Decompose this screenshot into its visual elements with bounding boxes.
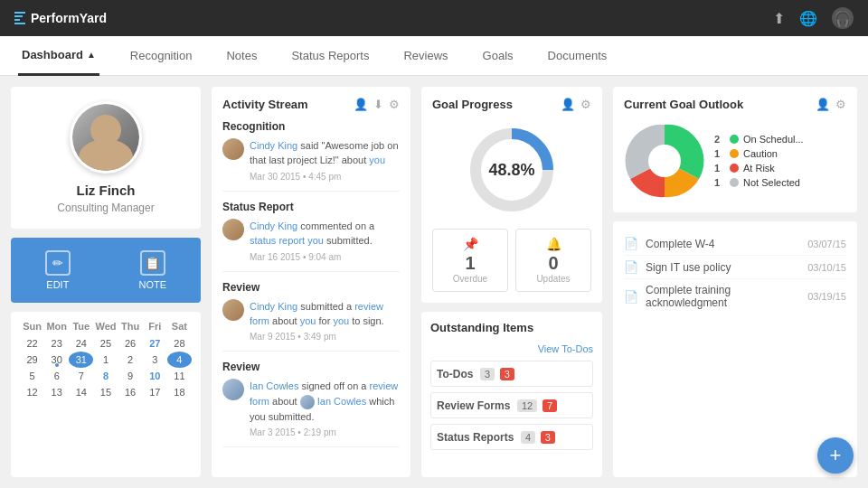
settings-icon[interactable]: ⚙ <box>580 98 591 111</box>
todo-item-2: 📄 Sign IT use policy 03/10/15 <box>624 256 846 279</box>
activity-type-label: Review <box>222 281 400 294</box>
settings-icon[interactable]: ⚙ <box>389 98 400 111</box>
activity-ref-link1[interactable]: status report <box>250 235 305 246</box>
cal-day[interactable]: 14 <box>69 384 93 400</box>
outstanding-title: Outstanding Items <box>430 321 533 334</box>
todo-text-3: Complete training acknowledgment <box>646 284 800 309</box>
activity-time: Mar 30 2015 • 4:45 pm <box>250 172 400 182</box>
person-icon[interactable]: 👤 <box>561 98 575 111</box>
svg-point-2 <box>648 145 681 177</box>
todos-label: To-Dos <box>437 368 473 380</box>
activity-person-link[interactable]: Ian Cowles <box>250 380 298 391</box>
cal-day[interactable]: 4 <box>167 352 192 368</box>
cal-day[interactable]: 18 <box>167 384 192 400</box>
nav-goals[interactable]: Goals <box>479 36 517 76</box>
todo-item-3: 📄 Complete training acknowledgment 03/19… <box>624 279 846 314</box>
activity-ref-link2[interactable]: you <box>307 235 324 246</box>
profile-name: Liz Finch <box>77 183 136 198</box>
person-icon[interactable]: 👤 <box>354 98 368 111</box>
view-todos-link[interactable]: View To-Dos <box>538 343 593 354</box>
calendar-grid: 22 23 24 25 26 27 28 29 30 31 1 2 3 4 5 … <box>20 335 192 400</box>
download-icon[interactable]: ⬇ <box>373 98 383 111</box>
cal-day[interactable]: 25 <box>93 335 118 352</box>
donut-chart: 48.8% <box>462 120 561 220</box>
cal-day-today[interactable]: 31 <box>69 352 93 368</box>
cal-day[interactable]: 28 <box>167 335 192 352</box>
note-icon: 📋 <box>140 250 165 276</box>
updates-stat: 🔔 0 Updates <box>515 229 591 292</box>
pie-chart <box>624 120 705 202</box>
activity-ref-link2[interactable]: you <box>300 315 316 326</box>
todo-date-3: 03/19/15 <box>807 291 846 302</box>
upload-person-icon[interactable]: ⬆ <box>773 10 785 27</box>
cal-day[interactable]: 9 <box>118 368 143 384</box>
cal-day[interactable]: 30 <box>44 352 69 368</box>
status-reports-count: 4 <box>521 431 535 444</box>
headphones-icon[interactable]: 🎧 <box>832 7 854 29</box>
cal-day[interactable]: 10 <box>143 368 167 384</box>
activity-person-link[interactable]: Cindy King <box>250 301 297 312</box>
legend-on-schedule: 2 On Schedul... <box>714 134 804 145</box>
settings-icon[interactable]: ⚙ <box>835 98 846 111</box>
activity-review-2: Review Ian Cowles signed off on a review… <box>222 361 400 447</box>
activity-title: Activity Stream <box>222 98 308 111</box>
cal-day[interactable]: 6 <box>44 368 69 384</box>
activity-text: Cindy King said "Awesome job on that las… <box>250 140 399 165</box>
doc-icon-3: 📄 <box>624 290 638 304</box>
right-column: Current Goal Outlook 👤 ⚙ <box>613 87 857 477</box>
nav-status-reports[interactable]: Status Reports <box>288 36 373 76</box>
activity-person-link[interactable]: Cindy King <box>250 140 297 151</box>
cal-day[interactable]: 13 <box>44 384 69 400</box>
edit-button[interactable]: ✏ EDIT <box>45 250 71 290</box>
nav-recognition[interactable]: Recognition <box>127 36 196 76</box>
app-name: PerformYard <box>31 11 107 25</box>
outstanding-header: Outstanding Items <box>430 321 593 334</box>
activity-ref-link3[interactable]: you <box>333 315 349 326</box>
cal-day[interactable]: 15 <box>93 384 118 400</box>
gray-dot <box>730 178 739 187</box>
todos-count: 3 <box>480 368 495 380</box>
legend-at-risk-label: At Risk <box>743 163 775 174</box>
profile-card: Liz Finch Consulting Manager <box>11 87 201 229</box>
cal-day[interactable]: 24 <box>69 335 93 352</box>
nav-reviews[interactable]: Reviews <box>400 36 451 76</box>
pie-legend: 2 On Schedul... 1 Caution 1 At Risk <box>714 134 804 188</box>
cal-day[interactable]: 23 <box>44 335 69 352</box>
nav-notes[interactable]: Notes <box>222 36 260 76</box>
cal-day[interactable]: 17 <box>143 384 167 400</box>
activity-ref-link2[interactable]: Ian Cowles <box>317 396 366 407</box>
cal-day[interactable]: 1 <box>93 352 118 368</box>
activity-header-icons: 👤 ⬇ ⚙ <box>354 98 400 111</box>
cal-day[interactable]: 26 <box>118 335 143 352</box>
nav-documents[interactable]: Documents <box>544 36 611 76</box>
nav-dashboard[interactable]: Dashboard ▲ <box>18 36 99 76</box>
overdue-stat: 📌 1 Overdue <box>432 229 508 292</box>
globe-icon[interactable]: 🌐 <box>799 10 817 27</box>
cal-day[interactable]: 7 <box>69 368 93 384</box>
cal-day[interactable]: 12 <box>20 384 44 400</box>
review-forms-red-count: 7 <box>542 399 557 412</box>
cal-day[interactable]: 11 <box>167 368 192 384</box>
cal-day[interactable]: 3 <box>143 352 167 368</box>
fab-button[interactable]: + <box>817 437 854 474</box>
activity-ref-link[interactable]: you <box>369 155 385 165</box>
donut-container: 48.8% <box>432 120 591 220</box>
pie-container: 2 On Schedul... 1 Caution 1 At Risk <box>624 120 846 202</box>
goal-outlook-icons: 👤 ⚙ <box>816 98 846 111</box>
cal-day[interactable]: 22 <box>20 335 44 352</box>
cal-day[interactable]: 29 <box>20 352 44 368</box>
todo-date-2: 03/10/15 <box>807 262 846 273</box>
note-button[interactable]: 📋 NOTE <box>139 250 167 290</box>
cal-day[interactable]: 27 <box>143 335 167 352</box>
person-icon[interactable]: 👤 <box>816 98 830 111</box>
pin-icon: 📌 <box>440 237 500 251</box>
cal-day[interactable]: 5 <box>20 368 44 384</box>
activity-review-1: Review Cindy King submitted a review for… <box>222 281 400 352</box>
activity-person-link[interactable]: Cindy King <box>250 221 297 231</box>
cal-day[interactable]: 16 <box>118 384 143 400</box>
cal-day[interactable]: 2 <box>118 352 143 368</box>
goal-outlook-title: Current Goal Outlook <box>624 98 743 111</box>
cal-day[interactable]: 8 <box>93 368 118 384</box>
activity-type-label: Review <box>222 361 400 373</box>
activity-header: Activity Stream 👤 ⬇ ⚙ <box>222 98 400 111</box>
